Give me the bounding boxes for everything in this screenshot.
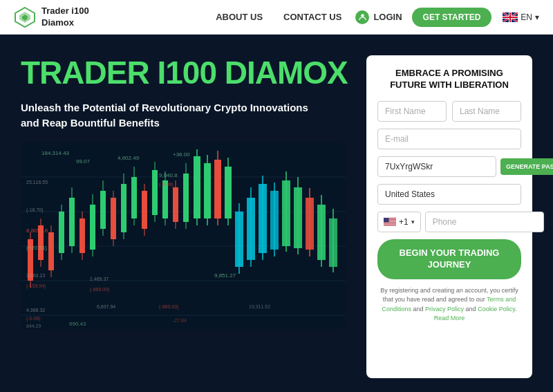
svg-text:4,602.49: 4,602.49 bbox=[118, 155, 140, 161]
name-row bbox=[377, 101, 521, 122]
hero-subtitle: Unleash the Potential of Revolutionary C… bbox=[21, 100, 318, 131]
svg-text:(-0.49): (-0.49) bbox=[159, 182, 174, 187]
phone-input[interactable] bbox=[425, 212, 544, 232]
svg-rect-105 bbox=[384, 223, 396, 224]
svg-text:(-889.00): (-889.00) bbox=[90, 287, 109, 292]
generate-password-button[interactable]: GENERATE PASSWORDS bbox=[500, 158, 553, 175]
phone-prefix-chevron-icon: ▾ bbox=[411, 218, 415, 225]
password-input[interactable] bbox=[377, 156, 496, 177]
contact-us-link[interactable]: CONTACT US bbox=[283, 12, 341, 22]
phone-row: +1 ▾ bbox=[377, 212, 521, 232]
cookie-link[interactable]: Cookie Policy bbox=[478, 306, 515, 312]
svg-text:19,311.52: 19,311.52 bbox=[249, 304, 270, 309]
svg-rect-104 bbox=[384, 223, 396, 223]
language-selector[interactable]: EN ▾ bbox=[503, 12, 539, 22]
svg-rect-106 bbox=[384, 225, 396, 225]
and2-text: and bbox=[466, 306, 476, 312]
login-button[interactable]: LOGIN bbox=[355, 10, 402, 24]
svg-text:184,314.43: 184,314.43 bbox=[41, 150, 70, 156]
svg-rect-107 bbox=[384, 218, 389, 223]
form-title: EMBRACE A PROMISING FUTURE WITH LIBERATI… bbox=[377, 68, 521, 91]
chevron-down-icon: ▾ bbox=[535, 12, 539, 22]
svg-text:(-0.06): (-0.06) bbox=[26, 316, 41, 321]
svg-text:99.07: 99.07 bbox=[76, 158, 91, 165]
svg-text:3,063.13: 3,063.13 bbox=[26, 273, 45, 278]
about-us-link[interactable]: ABOUT US bbox=[216, 12, 263, 22]
begin-trading-button[interactable]: BEGIN YOUR TRADING JOURNEY bbox=[377, 239, 521, 279]
brand-name-line2: Diamox bbox=[41, 17, 74, 28]
svg-rect-12 bbox=[503, 17, 518, 18]
svg-point-3 bbox=[361, 14, 364, 17]
read-more-link[interactable]: Read More bbox=[434, 315, 465, 321]
chart-image: 184,314.43 99.07 4,602.49 +36.00 25,116.… bbox=[21, 142, 346, 329]
svg-text:9,851.27: 9,851.27 bbox=[214, 272, 236, 279]
login-label: LOGIN bbox=[373, 12, 402, 22]
svg-text:8,805.16: 8,805.16 bbox=[26, 227, 48, 234]
email-input[interactable] bbox=[377, 129, 521, 149]
country-select[interactable]: United States bbox=[377, 184, 521, 205]
privacy-link[interactable]: Privacy Policy bbox=[425, 306, 464, 312]
main-section: TRADER I100 DIAMOX Unleash the Potential… bbox=[0, 35, 553, 392]
first-name-input[interactable] bbox=[377, 101, 447, 122]
brand: Trader i100 Diamox bbox=[14, 6, 89, 29]
brand-text: Trader i100 Diamox bbox=[41, 6, 89, 29]
form-disclaimer: By registering and creating an account, … bbox=[377, 286, 521, 324]
lang-label: EN bbox=[521, 12, 532, 22]
svg-text:(-889.00): (-889.00) bbox=[159, 304, 178, 310]
phone-prefix-selector[interactable]: +1 ▾ bbox=[377, 212, 421, 232]
us-flag-icon bbox=[384, 218, 396, 226]
svg-text:-27.84: -27.84 bbox=[173, 318, 187, 323]
last-name-input[interactable] bbox=[452, 101, 521, 122]
brand-name-line1: Trader i100 bbox=[41, 6, 89, 16]
hero-title: TRADER I100 DIAMOX bbox=[21, 55, 353, 91]
svg-text:25,116.55: 25,116.55 bbox=[26, 180, 48, 185]
form-panel: EMBRACE A PROMISING FUTURE WITH LIBERATI… bbox=[366, 55, 532, 378]
svg-text:(+20.51): (+20.51) bbox=[26, 245, 47, 251]
navbar-links: ABOUT US CONTACT US bbox=[216, 12, 341, 22]
svg-text:(-159.54): (-159.54) bbox=[26, 283, 46, 289]
svg-text:(-18.70): (-18.70) bbox=[26, 207, 44, 213]
login-icon bbox=[355, 10, 369, 24]
get-started-button[interactable]: GET STARTED bbox=[412, 8, 492, 27]
svg-text:4,388.32: 4,388.32 bbox=[26, 308, 45, 312]
and1-text: and bbox=[413, 306, 424, 312]
navbar: Trader i100 Diamox ABOUT US CONTACT US L… bbox=[0, 0, 553, 35]
left-content: TRADER I100 DIAMOX Unleash the Potential… bbox=[21, 55, 353, 378]
svg-text:6,607.94: 6,607.94 bbox=[97, 304, 115, 309]
svg-text:844.29: 844.29 bbox=[26, 324, 41, 328]
password-row: GENERATE PASSWORDS bbox=[377, 156, 521, 177]
svg-text:+36.00: +36.00 bbox=[173, 151, 190, 158]
phone-prefix-label: +1 bbox=[399, 217, 409, 227]
flag-icon bbox=[503, 12, 518, 22]
brand-logo-icon bbox=[14, 6, 36, 28]
svg-text:9,040.8: 9,040.8 bbox=[159, 172, 178, 178]
chart-svg: 184,314.43 99.07 4,602.49 +36.00 25,116.… bbox=[21, 142, 346, 329]
svg-text:2,489.37: 2,489.37 bbox=[90, 277, 109, 281]
svg-text:690.43: 690.43 bbox=[69, 321, 86, 327]
